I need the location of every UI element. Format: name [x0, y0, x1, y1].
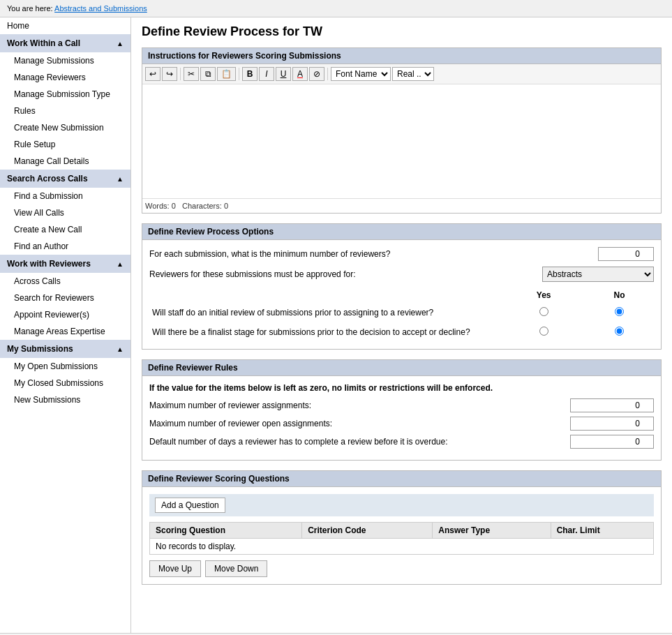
scoring-table: Scoring Question Criterion Code Answer T…: [149, 522, 654, 555]
add-question-button[interactable]: Add a Question: [155, 498, 225, 513]
sidebar-section-my-submissions[interactable]: My Submissions ▲: [0, 340, 130, 358]
sidebar-item-manage-submission-type[interactable]: Manage Submission Type: [7, 86, 130, 103]
sidebar-item-across-calls[interactable]: Across Calls: [7, 273, 130, 290]
q2-label: Will there be a finalist stage for submi…: [149, 322, 502, 342]
sidebar-item-my-open[interactable]: My Open Submissions: [7, 358, 130, 375]
sidebar-section-search-across-calls[interactable]: Search Across Calls ▲: [0, 170, 130, 188]
sidebar-item-my-closed[interactable]: My Closed Submissions: [7, 375, 130, 391]
sidebar: Home Work Within a Call ▲ Manage Submiss…: [0, 17, 131, 633]
paste-button[interactable]: 📋: [217, 67, 236, 81]
sidebar-section-work-within-call-items: Manage Submissions Manage Reviewers Mana…: [0, 52, 130, 170]
reviewer-rules-header: Define Reviewer Rules: [142, 360, 661, 376]
breadcrumb-text: You are here:: [7, 4, 53, 13]
q2-yes-radio[interactable]: [539, 327, 548, 336]
scoring-table-header-row: Scoring Question Criterion Code Answer T…: [150, 523, 654, 539]
min-reviewers-row: For each submission, what is the minimum…: [149, 247, 654, 261]
col-answer-type: Answer Type: [433, 523, 551, 539]
approved-for-select[interactable]: Abstracts Papers Posters: [542, 267, 654, 282]
q2-no-radio[interactable]: [615, 327, 624, 336]
rules-label-3: Default number of days a reviewer has to…: [149, 437, 570, 447]
scoring-questions-header: Define Reviewer Scoring Questions: [142, 471, 661, 487]
rules-row-2: Maximum number of reviewer open assignme…: [149, 417, 654, 431]
instructions-section: Instructions for Reviewers Scoring Submi…: [142, 47, 662, 214]
cut-button[interactable]: ✂: [184, 67, 199, 81]
no-col-header: No: [585, 287, 654, 303]
rules-row-3: Default number of days a reviewer has to…: [149, 435, 654, 449]
underline-button[interactable]: U: [276, 67, 291, 81]
sidebar-item-rules[interactable]: Rules: [7, 103, 130, 119]
rules-input-1[interactable]: [570, 398, 654, 412]
sidebar-item-find-submission[interactable]: Find a Submission: [7, 188, 130, 204]
chevron-up-icon-2: ▲: [117, 175, 124, 183]
paint-button[interactable]: ⊘: [309, 67, 324, 81]
rules-label-2: Maximum number of reviewer open assignme…: [149, 419, 570, 428]
q1-label: Will staff do an initial review of submi…: [149, 303, 502, 322]
rules-input-3[interactable]: [570, 435, 654, 449]
editor-toolbar: ↩ ↪ ✂ ⧉ 📋 B I U A ⊘ Font Name: [142, 64, 661, 84]
add-question-bar: Add a Question: [149, 494, 654, 516]
q2-no-cell: [585, 322, 654, 342]
yes-col-header: Yes: [502, 287, 585, 303]
move-up-button[interactable]: Move Up: [149, 560, 201, 577]
toolbar-sep-3: [327, 68, 328, 80]
q1-no-cell: [585, 303, 654, 322]
chevron-up-icon-3: ▲: [117, 260, 124, 268]
font-name-select[interactable]: Font Name: [331, 67, 391, 81]
redo-button[interactable]: ↪: [162, 67, 177, 81]
sidebar-section-work-with-reviewers[interactable]: Work with Reviewers ▲: [0, 255, 130, 273]
sidebar-item-appoint-reviewers[interactable]: Appoint Reviewer(s): [7, 306, 130, 323]
no-records-cell: No records to display.: [150, 539, 654, 555]
no-records-text: No records to display.: [156, 541, 236, 551]
instructions-section-header: Instructions for Reviewers Scoring Submi…: [142, 48, 661, 64]
toolbar-sep-1: [180, 68, 181, 80]
sidebar-item-manage-reviewers[interactable]: Manage Reviewers: [7, 69, 130, 86]
rules-label-1: Maximum number of reviewer assignments:: [149, 401, 570, 410]
col-criterion-code: Criterion Code: [302, 523, 433, 539]
main-content: Define Review Process for TW Instruction…: [131, 17, 672, 633]
col-scoring-question: Scoring Question: [150, 523, 302, 539]
review-options-body: For each submission, what is the minimum…: [142, 240, 661, 349]
review-options-section: Define Review Process Options For each s…: [142, 223, 662, 350]
yes-no-table: Yes No Will staff do an initial review o…: [149, 287, 654, 342]
copy-button[interactable]: ⧉: [200, 67, 216, 81]
sidebar-section-work-with-reviewers-items: Across Calls Search for Reviewers Appoin…: [0, 273, 130, 340]
chevron-up-icon-4: ▲: [117, 345, 124, 353]
toolbar-sep-2: [239, 68, 239, 80]
q1-yes-radio[interactable]: [539, 307, 548, 316]
sidebar-item-create-new-call[interactable]: Create a New Call: [7, 221, 130, 238]
sidebar-section-search-across-calls-items: Find a Submission View All Calls Create …: [0, 188, 130, 255]
q2-row: Will there be a finalist stage for submi…: [149, 322, 654, 342]
undo-button[interactable]: ↩: [145, 67, 160, 81]
instructions-section-body: ↩ ↪ ✂ ⧉ 📋 B I U A ⊘ Font Name: [142, 64, 661, 213]
move-down-button[interactable]: Move Down: [205, 560, 267, 577]
sidebar-item-find-author[interactable]: Find an Author: [7, 238, 130, 255]
sidebar-item-new-submissions[interactable]: New Submissions: [7, 391, 130, 408]
review-options-header: Define Review Process Options: [142, 224, 661, 240]
sidebar-item-rule-setup[interactable]: Rule Setup: [7, 136, 130, 153]
scoring-questions-body: Add a Question Scoring Question Criterio…: [142, 487, 661, 584]
sidebar-item-search-reviewers[interactable]: Search for Reviewers: [7, 290, 130, 306]
chevron-up-icon: ▲: [117, 40, 124, 47]
sidebar-item-manage-call-details[interactable]: Manage Call Details: [7, 153, 130, 170]
q1-no-radio[interactable]: [615, 307, 624, 316]
sidebar-home[interactable]: Home: [0, 17, 130, 34]
sidebar-section-work-within-call[interactable]: Work Within a Call ▲: [0, 34, 130, 52]
sidebar-item-create-new-submission[interactable]: Create New Submission: [7, 119, 130, 136]
scoring-questions-section: Define Reviewer Scoring Questions Add a …: [142, 470, 662, 585]
bold-button[interactable]: B: [242, 67, 257, 81]
sidebar-item-manage-areas[interactable]: Manage Areas Expertise: [7, 323, 130, 340]
reviewer-rules-section: Define Reviewer Rules If the value for t…: [142, 359, 662, 461]
font-size-select[interactable]: Real ...: [392, 67, 434, 81]
rules-note: If the value for the items below is left…: [149, 383, 654, 393]
page-title: Define Review Process for TW: [142, 24, 662, 39]
italic-button[interactable]: I: [259, 67, 274, 81]
min-reviewers-input[interactable]: [598, 247, 654, 261]
sidebar-item-view-all-calls[interactable]: View All Calls: [7, 204, 130, 221]
instructions-textarea[interactable]: [142, 84, 661, 196]
rules-input-2[interactable]: [570, 417, 654, 431]
font-color-button[interactable]: A: [292, 67, 308, 81]
q1-yes-cell: [502, 303, 585, 322]
sidebar-item-manage-submissions[interactable]: Manage Submissions: [7, 52, 130, 69]
breadcrumb-link[interactable]: Abstracts and Submissions: [54, 4, 147, 13]
word-count: Words: 0 Characters: 0: [142, 198, 661, 213]
